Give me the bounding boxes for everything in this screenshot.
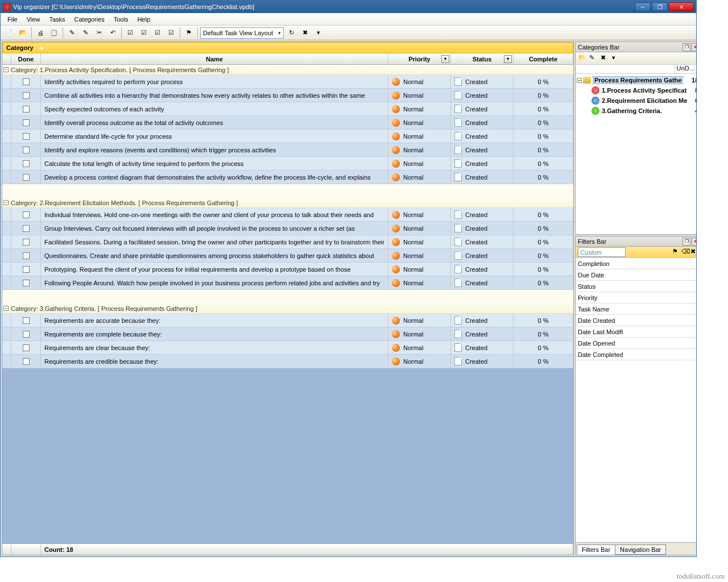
new-icon[interactable]: 📄 <box>3 27 15 39</box>
col-name[interactable]: Name <box>41 53 388 64</box>
task-row[interactable]: Calculate the total length of activity t… <box>2 157 573 171</box>
menu-view[interactable]: View <box>22 15 45 24</box>
undo-icon[interactable]: ↶ <box>106 27 119 39</box>
done-checkbox[interactable] <box>23 225 30 232</box>
custom-filter-input[interactable] <box>578 247 626 257</box>
task-row[interactable]: Specify expected outcomes of each activi… <box>2 102 573 116</box>
menu-tasks[interactable]: Tasks <box>44 15 69 24</box>
task-row[interactable]: Develop a process context diagram that d… <box>2 171 573 184</box>
task-row[interactable]: Individual Interviews. Hold one-on-one m… <box>2 208 573 222</box>
more-icon[interactable]: ▾ <box>312 27 325 39</box>
filter-item[interactable]: Priority▾ <box>576 292 696 304</box>
done-checkbox[interactable] <box>23 252 30 259</box>
done-checkbox[interactable] <box>23 239 30 246</box>
status-filter-icon[interactable]: ▾ <box>504 55 512 63</box>
category-row[interactable]: − Category: 3.Gathering Criteria. [ Proc… <box>2 304 573 314</box>
filters-title[interactable]: Filters Bar ❐ 📌 ✕ <box>576 236 696 247</box>
filter-clear-icon[interactable]: ⌫ <box>681 248 690 257</box>
tree-node[interactable]: 3.Gathering Criteria.44 <box>577 106 696 116</box>
export-icon[interactable]: 📋 <box>48 27 60 39</box>
tab-navigation[interactable]: Navigation Bar <box>615 544 666 555</box>
filter-apply-icon[interactable]: ⚑ <box>672 248 681 257</box>
filter-item[interactable]: Date Created▾ <box>576 315 696 326</box>
filter-item[interactable]: Date Opened▾ <box>576 338 696 349</box>
done-checkbox[interactable] <box>23 78 30 85</box>
done-checkbox[interactable] <box>23 106 30 113</box>
flag-icon[interactable]: ⚑ <box>183 27 195 39</box>
category-row[interactable]: − Category: 2.Requirement Elicitation Me… <box>2 198 573 208</box>
done-checkbox[interactable] <box>23 174 30 181</box>
edit2-icon[interactable]: ✎ <box>79 27 92 39</box>
task-row[interactable]: Identify activities required to perform … <box>2 75 573 89</box>
task-row[interactable]: Facilitated Sessions. During a facilitat… <box>2 235 573 249</box>
tree-root[interactable]: −Process Requirements Gathe1818 <box>577 75 696 85</box>
minimize-button[interactable]: ─ <box>635 2 651 11</box>
done-checkbox[interactable] <box>23 266 30 273</box>
task-row[interactable]: Requirements are accurate because they:N… <box>2 314 573 327</box>
col-priority[interactable]: Priority▾ <box>388 53 451 64</box>
col-expand[interactable] <box>2 53 11 64</box>
open-icon[interactable]: 📂 <box>16 27 29 39</box>
task-row[interactable]: Prototyping. Request the client of your … <box>2 263 573 276</box>
filter-del-icon[interactable]: ✖ <box>690 248 696 257</box>
restore-icon[interactable]: ❐ <box>682 238 690 246</box>
categories-title[interactable]: Categories Bar ❐ 📌 ✕ <box>576 42 696 52</box>
menu-help[interactable]: Help <box>133 15 155 24</box>
tree-node[interactable]: 2.Requirement Elicitation Me66 <box>577 95 696 106</box>
task-row[interactable]: Identify overall process outcome as the … <box>2 116 573 130</box>
menu-categories[interactable]: Categories <box>70 15 109 24</box>
tree-node[interactable]: 1.Process Activity Specificat88 <box>577 85 696 95</box>
cat-more-icon[interactable]: ▾ <box>612 54 621 63</box>
tab-filters[interactable]: Filters Bar <box>577 544 615 555</box>
menu-file[interactable]: File <box>3 15 22 24</box>
done-checkbox[interactable] <box>23 160 30 167</box>
done-checkbox[interactable] <box>23 147 30 153</box>
cat-edit-icon[interactable]: ✎ <box>589 54 598 63</box>
maximize-button[interactable]: ❐ <box>652 2 668 11</box>
pin-icon[interactable]: 📌 <box>692 43 696 51</box>
task-icon[interactable]: ☑ <box>124 27 136 39</box>
priority-filter-icon[interactable]: ▾ <box>441 55 449 63</box>
task-row[interactable]: Requirements are complete because they:N… <box>2 327 573 341</box>
task-row[interactable]: Requirements are clear because they:Norm… <box>2 341 573 355</box>
task4-icon[interactable]: ☑ <box>165 27 177 39</box>
done-checkbox[interactable] <box>23 331 30 338</box>
done-checkbox[interactable] <box>23 280 30 286</box>
task-row[interactable]: Determine standard life-cycle for your p… <box>2 130 573 143</box>
task-row[interactable]: Following People Around. Watch how peopl… <box>2 276 573 290</box>
layout-select[interactable]: Default Task View Layout <box>200 27 284 39</box>
cat-del-icon[interactable]: ✖ <box>601 54 610 63</box>
restore-icon[interactable]: ❐ <box>682 43 690 51</box>
task2-icon[interactable]: ☑ <box>138 27 150 39</box>
col-complete[interactable]: Complete <box>514 53 573 64</box>
group-by-row[interactable]: Category <box>2 42 573 53</box>
done-checkbox[interactable] <box>23 211 30 218</box>
filter-item[interactable]: Completion▾ <box>576 258 696 269</box>
refresh-icon[interactable]: ↻ <box>285 27 297 39</box>
task3-icon[interactable]: ☑ <box>151 27 164 39</box>
task-row[interactable]: Combine all activities into a hierarchy … <box>2 89 573 102</box>
category-row[interactable]: − Category: 1.Process Activity Specifica… <box>2 65 573 75</box>
menu-tools[interactable]: Tools <box>109 15 133 24</box>
delete-icon[interactable]: ✖ <box>299 27 311 39</box>
cut-icon[interactable]: ✂ <box>93 27 105 39</box>
task-row[interactable]: Group Interviews. Carry out focused inte… <box>2 222 573 235</box>
done-checkbox[interactable] <box>23 119 30 126</box>
print-icon[interactable]: 🖨 <box>34 27 47 39</box>
close-button[interactable]: ✕ <box>669 2 694 11</box>
task-row[interactable]: Requirements are credible because they:N… <box>2 355 573 368</box>
task-row[interactable]: Questionnaires. Create and share printab… <box>2 249 573 263</box>
task-row[interactable]: Identify and explore reasons (events and… <box>2 143 573 157</box>
filter-item[interactable]: Date Last Modifi▾ <box>576 326 696 338</box>
done-checkbox[interactable] <box>23 317 30 324</box>
pin-icon[interactable]: 📌 <box>692 238 696 246</box>
done-checkbox[interactable] <box>23 92 30 99</box>
filter-item[interactable]: Date Completed▾ <box>576 349 696 360</box>
filter-item[interactable]: Status▾ <box>576 281 696 292</box>
done-checkbox[interactable] <box>23 133 30 140</box>
filter-item[interactable]: Task Name▾ <box>576 304 696 315</box>
done-checkbox[interactable] <box>23 358 30 365</box>
titlebar[interactable]: Vip organizer [C:\Users\dmitry\Desktop\P… <box>1 1 696 13</box>
filter-item[interactable]: Due Date▾ <box>576 269 696 281</box>
edit-icon[interactable]: ✎ <box>65 27 78 39</box>
